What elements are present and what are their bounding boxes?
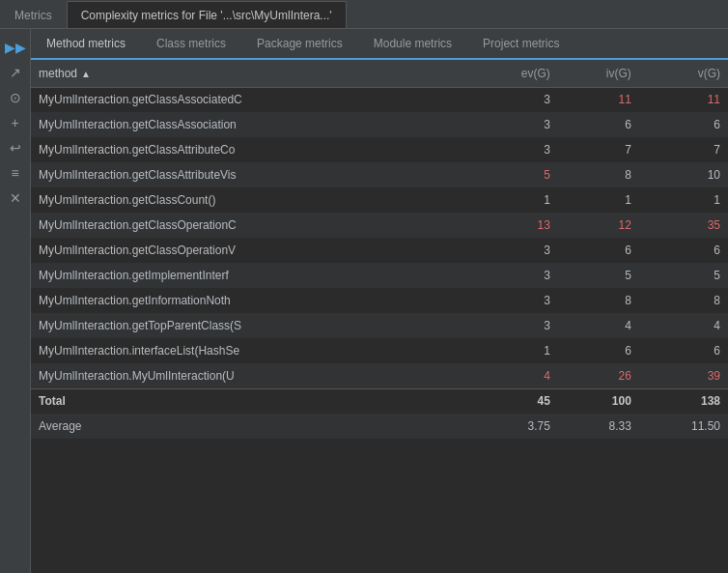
forward-icon[interactable]: ▶▶ — [5, 37, 26, 58]
cell-method: MyUmlInteraction.getClassAssociatedC — [31, 87, 469, 112]
cell-vg: 8 — [639, 288, 728, 313]
total-cell-label: Total — [31, 388, 469, 414]
cell-method: MyUmlInteraction.MyUmlInteraction(U — [31, 363, 469, 388]
average-cell-label: Average — [31, 414, 469, 439]
sort-arrow: ▲ — [81, 69, 91, 79]
cell-vg: 39 — [639, 363, 728, 388]
plus-icon[interactable]: + — [5, 112, 26, 133]
undo-icon[interactable]: ↩ — [5, 137, 26, 158]
cell-method: MyUmlInteraction.getClassAttributeVis — [31, 162, 469, 187]
cell-ivg: 6 — [558, 338, 639, 363]
cell-vg: 4 — [639, 313, 728, 338]
camera-icon[interactable]: ⊙ — [5, 87, 26, 108]
cell-vg: 5 — [639, 263, 728, 288]
cell-vg: 1 — [639, 187, 728, 213]
cell-method: MyUmlInteraction.getTopParentClass(S — [31, 313, 469, 338]
metric-tab-3[interactable]: Module metrics — [358, 29, 467, 60]
col-header-evG[interactable]: ev(G) — [469, 60, 558, 87]
table-row[interactable]: MyUmlInteraction.interfaceList(HashSe166 — [31, 338, 728, 363]
cell-ivg: 26 — [558, 363, 639, 388]
cell-evg: 3 — [469, 263, 558, 288]
table-row[interactable]: MyUmlInteraction.getClassCount()111 — [31, 187, 728, 213]
cell-ivg: 6 — [558, 112, 639, 137]
cell-vg: 6 — [639, 338, 728, 363]
cell-evg: 3 — [469, 288, 558, 313]
cell-evg: 4 — [469, 363, 558, 388]
cell-ivg: 11 — [558, 87, 639, 112]
cell-vg: 35 — [639, 213, 728, 238]
cell-vg: 6 — [639, 238, 728, 263]
total-cell-evG: 45 — [469, 388, 558, 414]
cell-ivg: 8 — [558, 162, 639, 187]
cell-evg: 3 — [469, 313, 558, 338]
average-row: Average3.758.3311.50 — [31, 414, 728, 439]
title-tab-0[interactable]: Metrics — [0, 1, 67, 28]
cell-method: MyUmlInteraction.getClassOperationC — [31, 213, 469, 238]
table-row[interactable]: MyUmlInteraction.getClassAttributeVis581… — [31, 162, 728, 187]
table-row[interactable]: MyUmlInteraction.getTopParentClass(S344 — [31, 313, 728, 338]
cell-method: MyUmlInteraction.interfaceList(HashSe — [31, 338, 469, 363]
cell-method: MyUmlInteraction.getClassCount() — [31, 187, 469, 213]
table-row[interactable]: MyUmlInteraction.getClassAttributeCo377 — [31, 137, 728, 162]
close-icon[interactable]: ✕ — [5, 187, 26, 209]
cell-method: MyUmlInteraction.getInformationNoth — [31, 288, 469, 313]
sidebar: ▶▶↗⊙+↩≡✕ — [0, 29, 31, 573]
cell-evg: 13 — [469, 213, 558, 238]
cell-ivg: 7 — [558, 137, 639, 162]
cell-ivg: 12 — [558, 213, 639, 238]
metric-tab-1[interactable]: Class metrics — [141, 29, 241, 60]
cell-ivg: 4 — [558, 313, 639, 338]
cell-ivg: 8 — [558, 288, 639, 313]
filter-icon[interactable]: ≡ — [5, 162, 26, 184]
cell-vg: 7 — [639, 137, 728, 162]
total-row: Total45100138 — [31, 388, 728, 414]
metric-tab-0[interactable]: Method metrics — [31, 29, 141, 60]
cell-evg: 3 — [469, 137, 558, 162]
cell-evg: 3 — [469, 87, 558, 112]
cell-vg: 10 — [639, 162, 728, 187]
cell-method: MyUmlInteraction.getClassOperationV — [31, 238, 469, 263]
table-row[interactable]: MyUmlInteraction.MyUmlInteraction(U42639 — [31, 363, 728, 388]
cell-vg: 11 — [639, 87, 728, 112]
cell-evg: 1 — [469, 187, 558, 213]
title-tab-1[interactable]: Complexity metrics for File '...\src\MyU… — [67, 1, 347, 28]
cell-evg: 1 — [469, 338, 558, 363]
cell-ivg: 1 — [558, 187, 639, 213]
cell-method: MyUmlInteraction.getClassAssociation — [31, 112, 469, 137]
col-header-vG[interactable]: v(G) — [639, 60, 728, 87]
table-container[interactable]: method▲ev(G)iv(G)v(G) MyUmlInteraction.g… — [31, 60, 728, 573]
total-cell-vG: 138 — [639, 388, 728, 414]
average-cell-vG: 11.50 — [639, 414, 728, 439]
cell-method: MyUmlInteraction.getImplementInterf — [31, 263, 469, 288]
content-area: Method metricsClass metricsPackage metri… — [31, 29, 728, 573]
cell-evg: 5 — [469, 162, 558, 187]
col-header-method[interactable]: method▲ — [31, 60, 469, 87]
cell-vg: 6 — [639, 112, 728, 137]
average-cell-evG: 3.75 — [469, 414, 558, 439]
table-row[interactable]: MyUmlInteraction.getInformationNoth388 — [31, 288, 728, 313]
metric-tabs-bar: Method metricsClass metricsPackage metri… — [31, 29, 728, 60]
metric-tab-2[interactable]: Package metrics — [241, 29, 358, 60]
cell-method: MyUmlInteraction.getClassAttributeCo — [31, 137, 469, 162]
metrics-table: method▲ev(G)iv(G)v(G) MyUmlInteraction.g… — [31, 60, 728, 439]
table-row[interactable]: MyUmlInteraction.getClassAssociatedC3111… — [31, 87, 728, 112]
average-cell-ivG: 8.33 — [558, 414, 639, 439]
table-row[interactable]: MyUmlInteraction.getImplementInterf355 — [31, 263, 728, 288]
cell-evg: 3 — [469, 112, 558, 137]
cell-ivg: 6 — [558, 238, 639, 263]
cell-evg: 3 — [469, 238, 558, 263]
title-tabs-bar: MetricsComplexity metrics for File '...\… — [0, 0, 728, 29]
table-row[interactable]: MyUmlInteraction.getClassOperationV366 — [31, 238, 728, 263]
col-header-ivG[interactable]: iv(G) — [558, 60, 639, 87]
table-row[interactable]: MyUmlInteraction.getClassOperationC13123… — [31, 213, 728, 238]
table-row[interactable]: MyUmlInteraction.getClassAssociation366 — [31, 112, 728, 137]
export-icon[interactable]: ↗ — [5, 62, 26, 83]
cell-ivg: 5 — [558, 263, 639, 288]
total-cell-ivG: 100 — [558, 388, 639, 414]
metric-tab-4[interactable]: Project metrics — [467, 29, 574, 60]
